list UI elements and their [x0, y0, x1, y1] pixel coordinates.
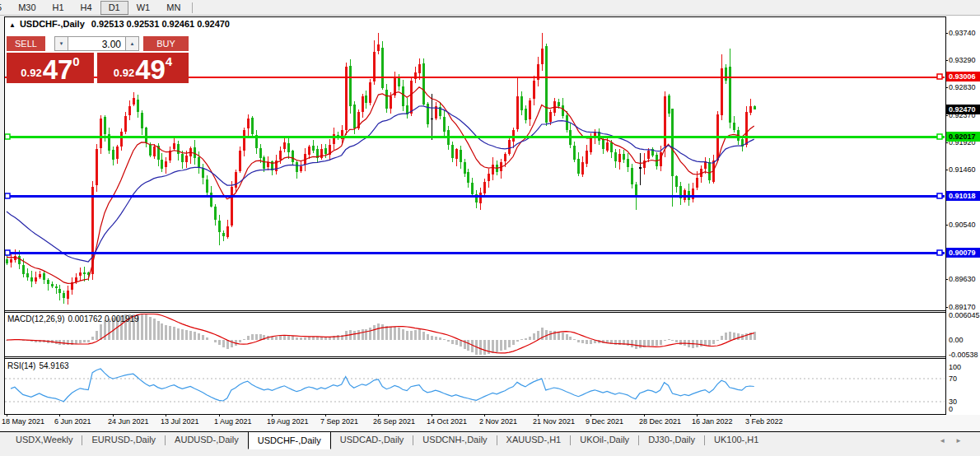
- hline-handle[interactable]: [937, 250, 942, 255]
- chart-tab-usdx-weekly[interactable]: USDX,Weekly: [7, 432, 82, 448]
- date-label: 19 Aug 2021: [267, 417, 309, 426]
- sell-price-panel[interactable]: 0.92470: [7, 53, 94, 83]
- chart-tab-usdcnh-daily[interactable]: USDCNH-,Daily: [413, 432, 496, 448]
- chart-tab-usdchf-daily[interactable]: USDCHF-,Daily: [248, 431, 331, 449]
- rsi-axis-label: 100: [949, 363, 961, 371]
- date-tick-mark: [750, 414, 751, 416]
- date-tick-mark: [697, 414, 698, 416]
- price-tick-label: 0.90540: [949, 221, 976, 229]
- date-label: 18 May 2021: [2, 417, 44, 426]
- chart-tab-usdcad-daily[interactable]: USDCAD-,Daily: [331, 432, 413, 448]
- date-tick-mark: [59, 414, 60, 416]
- rsi-name: RSI(14): [7, 361, 35, 370]
- buy-price-big: 49: [135, 58, 166, 82]
- timeframe-button-D1[interactable]: D1: [100, 1, 128, 15]
- macd-label: MACD(12,26,9)0.001762 0.001919: [7, 314, 142, 323]
- date-label: 14 Oct 2021: [427, 417, 467, 426]
- timeframe-button-H4[interactable]: H4: [72, 1, 100, 15]
- price-tick-mark: [945, 170, 948, 170]
- price-badge-0.91018: 0.91018: [946, 191, 980, 201]
- price-axis[interactable]: 0.937400.932900.928300.923700.919200.914…: [946, 16, 980, 415]
- trade-panel-prices: 0.92470 0.92494: [7, 53, 189, 83]
- price-tick-mark: [945, 225, 948, 226]
- chart-tab-eurusd-daily[interactable]: EURUSD-,Daily: [82, 432, 165, 448]
- price-badge-0.93006: 0.93006: [946, 72, 980, 81]
- date-label: 28 Dec 2021: [639, 417, 681, 426]
- date-label: 16 Jan 2022: [692, 417, 733, 426]
- price-badge-0.90079: 0.90079: [946, 248, 980, 258]
- timeframe-button-MN[interactable]: MN: [158, 1, 189, 15]
- chart-tab-uk100-h1[interactable]: UK100-,H1: [705, 432, 768, 448]
- chart-tab-ukoil-daily[interactable]: UKOil-,Daily: [571, 432, 638, 448]
- date-tick-mark: [644, 414, 645, 416]
- rsi-line: [11, 369, 754, 402]
- date-tick-mark: [538, 414, 539, 416]
- chart-border-left: [4, 16, 5, 415]
- collapse-arrow-icon[interactable]: ▲: [9, 21, 16, 29]
- price-tick-label: 0.91460: [949, 165, 976, 174]
- date-tick-mark: [113, 414, 114, 416]
- rsi-value: 54.9163: [39, 361, 68, 370]
- chart-tab-dj30-daily[interactable]: DJ30-,Daily: [639, 432, 704, 448]
- macd-rsi-separator-b: [4, 358, 945, 359]
- hline-handle[interactable]: [5, 250, 10, 255]
- date-label: 6 Jun 2021: [54, 417, 91, 426]
- date-label: 26 Sep 2021: [373, 417, 415, 426]
- volume-increase-button[interactable]: ▲: [125, 36, 139, 51]
- chart-tab-xauusd-h1[interactable]: XAUUSD-,H1: [497, 432, 571, 448]
- sell-price-sup: 0: [72, 54, 79, 68]
- price-tick-label: 0.92830: [949, 83, 976, 91]
- tab-scroll-right-icon[interactable]: ►: [955, 437, 972, 444]
- chart-tab-audusd-daily[interactable]: AUDUSD-,Daily: [166, 432, 248, 448]
- toolbar-divider: [192, 2, 193, 13]
- sell-button[interactable]: SELL: [7, 36, 45, 51]
- price-badge-0.92470: 0.92470: [946, 105, 980, 114]
- price-tick-mark: [945, 279, 948, 280]
- hline-handle[interactable]: [5, 193, 10, 198]
- buy-price-sup: 4: [166, 54, 172, 68]
- timeframe-button-5[interactable]: 5: [0, 1, 10, 15]
- hline-handle[interactable]: [937, 193, 942, 198]
- date-tick-mark: [325, 414, 326, 416]
- date-label: 21 Nov 2021: [533, 417, 575, 426]
- timeframe-button-H1[interactable]: H1: [44, 1, 72, 15]
- timeframe-button-W1[interactable]: W1: [128, 1, 159, 15]
- hline-handle[interactable]: [937, 134, 942, 139]
- date-axis[interactable]: 18 May 20216 Jun 202124 Jun 202113 Jul 2…: [0, 415, 980, 431]
- macd-name: MACD(12,26,9): [7, 314, 64, 323]
- tab-scroll-left-icon[interactable]: ◄: [939, 437, 955, 444]
- chart-tab-bar: USDX,WeeklyEURUSD-,DailyAUDUSD-,DailyUSD…: [0, 431, 980, 456]
- date-label: 1 Aug 2021: [214, 417, 252, 426]
- volume-input[interactable]: 3.00: [68, 36, 125, 51]
- one-click-trading-panel: SELL ▼ 3.00 ▲ BUY 0.92470 0.92494: [7, 36, 189, 83]
- price-tick-label: 0.89630: [949, 275, 976, 283]
- chart-border-top: [4, 16, 946, 17]
- rsi-label: RSI(14)54.9163: [7, 361, 72, 370]
- macd-axis-label: 0.006045: [949, 311, 980, 319]
- mt4-terminal: { "toolbar": { "items": [ {"label": "5",…: [0, 0, 980, 456]
- trade-panel-controls: SELL ▼ 3.00 ▲ BUY: [7, 36, 189, 51]
- macd-axis-label: 0.00: [949, 336, 964, 344]
- chart-title: ▲USDCHF-,Daily0.92513 0.92531 0.92461 0.…: [9, 19, 230, 29]
- hline-handle[interactable]: [937, 74, 942, 79]
- price-tick-mark: [945, 307, 948, 308]
- chart-ohlc-values: 0.92513 0.92531 0.92461 0.92470: [91, 19, 230, 29]
- date-label: 3 Feb 2022: [745, 417, 783, 426]
- hline-handle[interactable]: [5, 134, 10, 139]
- price-tick-mark: [945, 87, 948, 88]
- macd-axis-label: -0.00538: [949, 351, 978, 359]
- date-label: 9 Dec 2021: [586, 417, 623, 426]
- sell-price-prefix: 0.92: [21, 67, 41, 79]
- rsi-panel-plot: [0, 359, 945, 414]
- timeframe-toolbar: 5M30H1H4D1W1MN: [0, 0, 980, 16]
- main-macd-separator-a: [4, 310, 945, 311]
- buy-button[interactable]: BUY: [143, 36, 189, 51]
- tab-scroll-arrows: ◄►: [939, 437, 972, 444]
- volume-decrease-button[interactable]: ▼: [54, 36, 68, 51]
- date-tick-mark: [484, 414, 485, 416]
- timeframe-button-M30[interactable]: M30: [10, 1, 44, 15]
- macd-values: 0.001762 0.001919: [68, 314, 138, 323]
- price-tick-mark: [945, 60, 948, 61]
- buy-price-panel[interactable]: 0.92494: [97, 53, 189, 83]
- date-label: 7 Sep 2021: [320, 417, 358, 426]
